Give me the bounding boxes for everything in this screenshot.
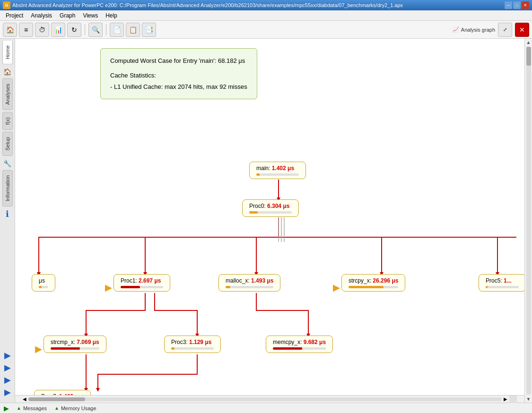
scroll-up-arrow[interactable]: ▲ [525,39,532,46]
scroll-thumb-h[interactable] [28,397,85,401]
scroll-right-arrow[interactable]: ▶ [504,396,507,402]
node-proc5-bar [486,286,519,288]
menu-help[interactable]: Help [102,11,121,20]
sidebar-tab-home[interactable]: Home [2,41,13,64]
arrow-proc1: ▶ [105,283,112,293]
node-memcpy-x[interactable]: memcpy_x: 9.682 μs [266,336,333,353]
node-proc7[interactable]: Proc7: 1.402 μs [34,390,91,395]
node-proc1-label: Proc1: [121,277,139,284]
info-line2: Cache Statistics: [110,70,247,81]
main-layout: Home 🏠 Analyses f(x) Setup 🔧 Information… [0,39,532,403]
node-memcpy-bar [273,347,326,350]
node-strcpy-x[interactable]: strcpy_x: 26.296 μs [341,274,405,292]
menu-analysis[interactable]: Analysis [27,11,56,20]
info-line3: - L1 Unified Cache: max 2074 hits, max 9… [110,81,247,92]
scroll-down-arrow[interactable]: ▼ [525,396,532,403]
sidebar-tab-information[interactable]: Information [2,170,13,206]
titlebar: G AbsInt Advanced Analyzer for PowerPC e… [0,0,532,10]
node-partial-left[interactable]: μs [32,274,55,292]
node-proc1[interactable]: Proc1: 2.697 μs [113,274,170,292]
titlebar-left: G AbsInt Advanced Analyzer for PowerPC e… [3,1,403,9]
close-graph-button[interactable]: ✕ [515,23,529,37]
expand-button[interactable]: ⤢ [498,23,512,37]
doc3-button[interactable]: 📑 [142,23,156,37]
node-bar-partial [39,286,48,288]
node-proc0[interactable]: Proc0: 6.304 μs [242,199,299,217]
play-icon-3[interactable]: ▶ [2,374,13,386]
messages-status: ▲ Messages [17,405,47,411]
node-memcpy-value: 9.682 μs [304,339,326,345]
info-line1: Computed Worst Case for Entry 'main': 68… [110,55,247,66]
chart-button[interactable]: 📊 [51,23,65,37]
node-proc3-label: Proc3: [171,339,189,345]
doc2-button[interactable]: 📋 [126,23,140,37]
node-strcpy-label: strcpy_x: [349,277,373,284]
node-proc0-bar [249,211,292,214]
play-status[interactable]: ▶ [4,404,9,412]
node-main[interactable]: main: 1.402 μs [249,162,306,179]
app-icon: G [3,1,10,9]
node-main-label: main: [256,165,272,172]
toolbar-separator [85,24,85,35]
node-proc3-bar-fill [171,347,174,350]
sidebar-tab-analyses[interactable]: Analyses [2,78,13,110]
node-proc1-bar-fill [121,286,140,288]
sidebar-tab-setup[interactable]: Setup [2,132,13,156]
close-button[interactable]: ✕ [522,1,529,9]
scroll-thumb-v[interactable] [526,47,531,66]
node-strcmp-bar-fill [51,347,80,350]
menu-project[interactable]: Project [2,11,27,20]
graph-area[interactable]: Computed Worst Case for Entry 'main': 68… [15,39,524,395]
refresh-button[interactable]: ↻ [67,23,81,37]
toolbar-separator2 [106,24,106,35]
node-proc0-label: Proc0: [249,203,267,209]
node-memcpy-label: memcpy_x: [273,339,304,345]
node-strcpy-bar-fill [349,286,384,288]
node-strcmp-label: strcmp_x: [51,339,77,345]
scroll-track-h[interactable] [28,397,502,401]
titlebar-controls[interactable]: ─ □ ✕ [505,1,529,9]
doc1-button[interactable]: 📄 [110,23,124,37]
scroll-left-arrow[interactable]: ◀ [23,396,26,402]
info-box: Computed Worst Case for Entry 'main': 68… [100,48,257,99]
node-strcmp-value: 7.069 μs [77,339,99,345]
sidebar: Home 🏠 Analyses f(x) Setup 🔧 Information… [0,39,15,403]
node-malloc-x[interactable]: malloc_x: 1.493 μs [218,274,280,292]
node-memcpy-bar-fill [273,347,302,350]
node-proc3-bar [171,347,214,350]
sidebar-icon-setup[interactable]: 🔧 [2,158,13,169]
menu-graph[interactable]: Graph [56,11,79,20]
scrollbar-vertical[interactable]: ▲ ▼ [524,39,532,403]
search-button[interactable]: 🔍 [88,23,103,37]
play-icon-2[interactable]: ▶ [2,362,13,373]
node-malloc-bar-fill [226,286,230,288]
arrow-strcmp: ▶ [35,344,42,354]
minimize-button[interactable]: ─ [505,1,512,9]
node-proc3[interactable]: Proc3: 1.129 μs [164,336,221,353]
node-malloc-value: 1.493 μs [251,277,273,284]
sidebar-icon-home[interactable]: 🏠 [2,66,13,77]
play-icon-4[interactable]: ▶ [2,387,13,398]
memory-label: Memory Usage [61,405,96,411]
scrollbar-horizontal[interactable]: ◀ ▶ [15,395,524,403]
node-proc1-value: 2.697 μs [139,277,161,284]
clock-button[interactable]: ⏱ [35,23,49,37]
toolbar-right: 📈 Analysis graph ⤢ ✕ [453,23,529,37]
node-partial-label: μs [39,277,45,284]
play-icon-1[interactable]: ▶ [2,350,13,361]
sidebar-tab-fx[interactable]: f(x) [2,112,13,130]
menu-views[interactable]: Views [79,11,102,20]
scroll-track-v[interactable] [526,47,531,395]
graph-icon: 📈 [453,26,459,33]
memory-icon: ▲ [54,405,59,411]
node-strcpy-value: 26.296 μs [373,277,398,284]
sidebar-icon-info[interactable]: ℹ [2,208,13,220]
maximize-button[interactable]: □ [513,1,521,9]
node-proc5[interactable]: Proc5: 1... [479,274,524,292]
node-proc3-value: 1.129 μs [189,339,211,345]
node-main-bar [256,173,299,176]
list-button[interactable]: ≡ [19,23,33,37]
node-proc7-value: 1.402 μs [59,393,81,395]
node-strcmp-x[interactable]: strcmp_x: 7.069 μs [44,336,106,353]
home-button[interactable]: 🏠 [3,23,17,37]
